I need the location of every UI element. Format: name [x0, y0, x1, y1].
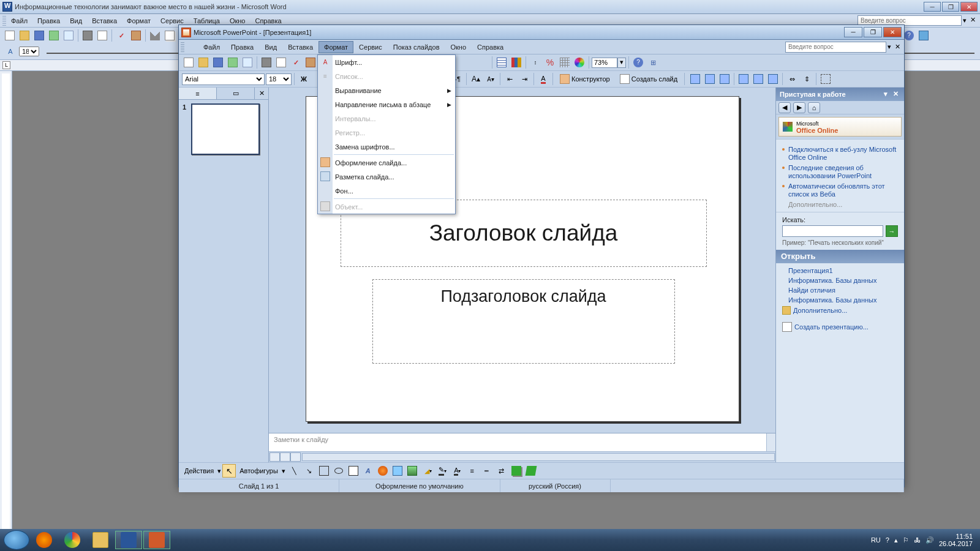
thumbs-close-button[interactable]: ✕ — [255, 88, 268, 99]
link-latest-info[interactable]: Последние сведения об использовании Powe… — [782, 164, 898, 180]
tray-clock[interactable]: 11:5126.04.2017 — [939, 533, 976, 547]
ppt-minimize-button[interactable]: ─ — [844, 27, 862, 37]
ppt-help-search[interactable] — [785, 42, 886, 53]
print-preview-button[interactable] — [96, 29, 109, 42]
bold-button[interactable]: Ж — [297, 72, 311, 86]
spellcheck-button[interactable]: ✓ — [115, 29, 128, 42]
search-input[interactable] — [782, 225, 883, 237]
email-button[interactable] — [241, 56, 254, 69]
clipart-button[interactable] — [391, 464, 404, 478]
save-button[interactable] — [32, 29, 46, 42]
taskbar-chrome[interactable] — [59, 531, 86, 549]
permissions-button[interactable] — [226, 56, 239, 69]
zoom-dropdown-icon[interactable]: ▾ — [617, 58, 626, 68]
show-format-button[interactable]: % — [543, 56, 557, 69]
arrow-style-button[interactable]: ⇄ — [495, 464, 508, 478]
dash-style-button[interactable]: ┅ — [480, 464, 494, 478]
taskpane-dropdown-icon[interactable]: ▾ — [881, 90, 890, 99]
print-button[interactable] — [81, 29, 94, 42]
slide-mini-preview[interactable] — [191, 103, 260, 155]
taskbar-explorer[interactable] — [87, 531, 114, 549]
menu-background[interactable]: Фон... — [318, 184, 455, 198]
word-menu-edit[interactable]: Правка — [32, 15, 65, 26]
expand-all-button[interactable]: ↕ — [529, 56, 542, 69]
actions-menu[interactable]: Действия — [182, 467, 216, 474]
search-go-button[interactable]: → — [886, 225, 898, 237]
ppt-maximize-button[interactable]: ❐ — [864, 27, 882, 37]
ppt-doc-close-button[interactable]: ✕ — [892, 43, 902, 51]
line-button[interactable]: ╲ — [288, 464, 301, 478]
shadow-button[interactable] — [510, 464, 523, 478]
toolbar-options-button[interactable]: ⊞ — [646, 56, 660, 69]
sorter-view-button[interactable] — [280, 452, 290, 462]
zoom-input[interactable] — [592, 58, 617, 68]
menu-align[interactable]: Выравнивание▶ — [318, 83, 455, 97]
designer-button[interactable]: Конструктор — [556, 72, 614, 86]
tray-language[interactable]: RU — [871, 536, 881, 544]
tray-network-icon[interactable]: 🖧 — [914, 536, 921, 544]
3d-button[interactable] — [524, 464, 538, 478]
nav-fwd-button[interactable]: ▶ — [793, 102, 805, 113]
new-slide-button[interactable]: Создать слайд — [616, 72, 682, 86]
tray-help-icon[interactable]: ? — [886, 536, 889, 544]
shape-align-middle-button[interactable] — [752, 72, 765, 86]
tray-expand-icon[interactable]: ▴ — [894, 536, 898, 544]
recent-file[interactable]: Найди отличия — [780, 285, 900, 295]
outline-tab[interactable]: ≡ — [179, 88, 217, 99]
ppt-close-button[interactable]: ✕ — [883, 27, 902, 37]
ppt-menu-insert[interactable]: Вставка — [282, 41, 318, 53]
decrease-font-button[interactable]: A▾ — [484, 72, 497, 86]
tab-stop-icon[interactable]: L — [2, 61, 10, 69]
slide-subtitle-text[interactable]: Подзаголовок слайда — [440, 287, 606, 306]
shape-align-left-button[interactable] — [688, 72, 702, 86]
distribute-h-button[interactable]: ⇔ — [785, 72, 799, 86]
print-button[interactable] — [260, 56, 273, 69]
cut-button[interactable] — [148, 29, 162, 42]
ppt-menu-tools[interactable]: Сервис — [353, 41, 388, 53]
notes-placeholder[interactable]: Заметки к слайду — [274, 436, 328, 443]
word-menu-view[interactable]: Вид — [65, 15, 87, 26]
taskpane-close-button[interactable]: ✕ — [891, 90, 900, 99]
oval-button[interactable] — [332, 464, 345, 478]
tray-action-center-icon[interactable]: ⚐ — [903, 536, 909, 544]
select-objects-button[interactable]: ↖ — [222, 464, 236, 478]
picture-button[interactable] — [405, 464, 419, 478]
line-style-button[interactable]: ≡ — [466, 464, 479, 478]
menu-slide-layout[interactable]: Разметка слайда... — [318, 170, 455, 184]
word-close-button[interactable]: ✕ — [960, 2, 978, 12]
ppt-menu-window[interactable]: Окно — [445, 41, 472, 53]
slide-title-text[interactable]: Заголовок слайда — [429, 220, 618, 246]
help-button[interactable]: ? — [631, 56, 645, 69]
increase-font-button[interactable]: A▴ — [469, 72, 483, 86]
menu-replace-fonts[interactable]: Замена шрифтов... — [318, 140, 455, 154]
diagram-button[interactable] — [376, 464, 390, 478]
menu-slide-design[interactable]: Оформление слайда... — [318, 156, 455, 170]
link-auto-update[interactable]: Автоматически обновлять этот список из В… — [782, 182, 898, 198]
font-size-select[interactable]: 18 — [266, 73, 292, 85]
textbox-button[interactable] — [347, 464, 360, 478]
status-language[interactable]: русский (Россия) — [500, 479, 611, 492]
font-color-button[interactable]: A — [537, 72, 550, 86]
relative-to-slide-button[interactable] — [819, 72, 832, 86]
ppt-menu-help[interactable]: Справка — [472, 41, 509, 53]
shape-align-center-button[interactable] — [703, 72, 717, 86]
slide-subtitle-placeholder[interactable]: Подзаголовок слайда — [372, 279, 675, 364]
dropdown-icon[interactable]: ▾ — [963, 17, 967, 24]
word-vertical-ruler[interactable] — [0, 71, 12, 542]
open-more[interactable]: Дополнительно... — [780, 305, 900, 316]
start-button[interactable] — [4, 530, 29, 550]
wordart-button[interactable]: A — [361, 464, 375, 478]
tray-volume-icon[interactable]: 🔊 — [925, 536, 934, 544]
link-more[interactable]: Дополнительно... — [788, 201, 898, 208]
word-menu-format[interactable]: Формат — [122, 15, 156, 26]
save-button[interactable] — [211, 56, 225, 69]
arrow-button[interactable]: ↘ — [303, 464, 316, 478]
shape-align-top-button[interactable] — [737, 72, 750, 86]
spellcheck-button[interactable]: ✓ — [289, 56, 303, 69]
slideshow-view-button[interactable] — [290, 452, 301, 462]
chart-button[interactable] — [510, 56, 523, 69]
insert-table-button[interactable] — [495, 56, 508, 69]
ppt-menu-file[interactable]: Файл — [198, 41, 225, 53]
office-online-banner[interactable]: MicrosoftOffice Online — [778, 117, 902, 137]
font-size-select[interactable]: 18 — [19, 47, 39, 56]
